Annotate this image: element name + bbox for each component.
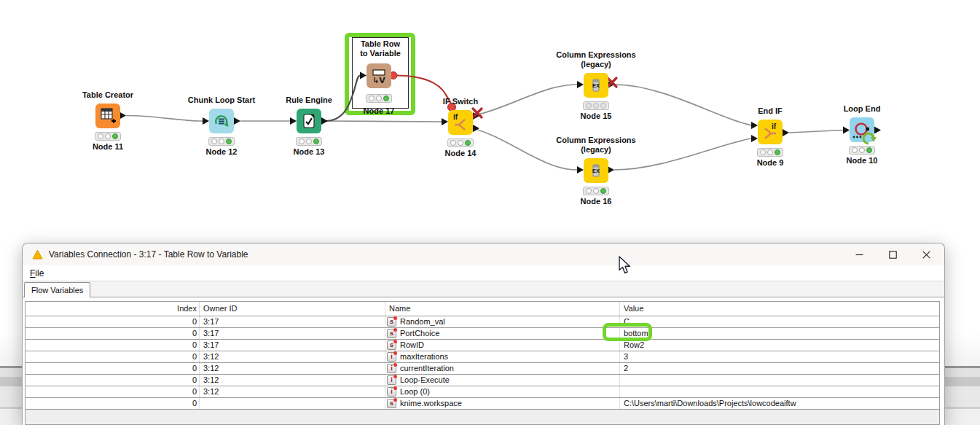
node-label: Node 13: [294, 147, 325, 156]
column-expressions-icon[interactable]: EX: [584, 158, 608, 183]
table-row[interactable]: 03:17sRowIDRow2: [26, 340, 939, 351]
node-title: Rule Engine: [286, 95, 332, 105]
string-variable-icon: s: [387, 399, 396, 408]
svg-text:if: if: [453, 113, 458, 121]
loop-end-icon[interactable]: [850, 117, 874, 142]
node-label: Node 10: [847, 156, 878, 165]
maximize-button[interactable]: [876, 243, 909, 265]
cell-name: iLoop-Execute: [385, 375, 620, 386]
cell-name: sRandom_val: [385, 316, 620, 327]
table-row[interactable]: 03:12iLoop (0): [26, 386, 939, 398]
close-button[interactable]: [909, 243, 943, 265]
if-switch-icon[interactable]: if: [448, 110, 473, 135]
cell-owner-id: [200, 398, 385, 409]
node-table-creator[interactable]: Table Creator Node 11: [95, 104, 120, 128]
flow-variable-rows: 03:17sRandom_valC03:17sPortChoicebottom0…: [26, 316, 939, 410]
traffic-light: [757, 148, 783, 157]
cell-value: Row2: [620, 340, 939, 351]
table-row[interactable]: 03:17sPortChoicebottom: [26, 328, 939, 340]
cell-index: 0: [26, 363, 200, 374]
table-row[interactable]: 0sknime.workspaceC:\Users\marti\Download…: [26, 398, 939, 410]
cell-index: 0: [26, 351, 200, 362]
variable-name: currentIteration: [400, 363, 454, 374]
cell-name: sknime.workspace: [385, 398, 620, 409]
table-row[interactable]: 03:12iLoop-Execute: [26, 375, 939, 386]
cell-index: 0: [26, 398, 200, 409]
tab-flow-variables[interactable]: Flow Variables: [24, 282, 90, 297]
flow-variables-dialog: Variables Connection - 3:17 - Table Row …: [22, 243, 945, 425]
traffic-light: [296, 137, 322, 146]
cell-name: imaxIterations: [385, 351, 620, 362]
column-header-value[interactable]: Value: [620, 302, 939, 316]
traffic-light: [366, 94, 392, 103]
cell-value: [620, 375, 939, 386]
chunk-loop-start-icon[interactable]: [209, 109, 234, 133]
svg-text:EX: EX: [592, 82, 600, 89]
node-column-expressions-top[interactable]: Column Expressions (legacy) EX Node 15: [584, 73, 608, 98]
node-end-if[interactable]: End IF if Node 9: [758, 120, 783, 144]
minimize-icon: [855, 251, 863, 259]
column-header-owner-id[interactable]: Owner ID: [200, 302, 385, 316]
cell-name: sRowID: [385, 340, 620, 351]
cell-name: icurrentIteration: [385, 363, 620, 374]
flow-variables-table: Index Owner ID Name Value 03:17sRandom_v…: [25, 301, 940, 425]
variable-name: Loop-Execute: [400, 375, 450, 386]
mouse-cursor: [619, 256, 635, 275]
value-highlight-annotation: [603, 323, 652, 341]
node-label: Node 16: [581, 197, 612, 206]
cell-index: 0: [26, 328, 200, 339]
node-label: Node 11: [93, 142, 123, 151]
table-row-to-variable-icon[interactable]: ↳V: [366, 63, 391, 88]
node-label: Node 15: [581, 112, 612, 120]
traffic-light: [583, 187, 609, 195]
svg-text:EX: EX: [592, 168, 600, 174]
cell-owner-id: 3:17: [200, 340, 385, 351]
integer-variable-icon: i: [387, 352, 396, 362]
node-column-expressions-bottom[interactable]: Column Expressions (legacy) EX Node 16: [584, 158, 608, 183]
end-if-icon[interactable]: if: [758, 120, 783, 144]
table-row[interactable]: 03:12icurrentIteration2: [26, 363, 939, 375]
variable-name: Random_val: [400, 316, 445, 327]
node-chunk-loop-start[interactable]: Chunk Loop Start Node 12: [209, 109, 234, 133]
table-row[interactable]: 03:17sRandom_valC: [26, 316, 939, 328]
svg-text:↳V: ↳V: [372, 76, 385, 85]
cell-value: [620, 386, 939, 397]
table-creator-icon[interactable]: [95, 104, 120, 128]
menu-bar: File: [23, 265, 944, 281]
table-row[interactable]: 03:12imaxIterations3: [26, 351, 939, 363]
node-title: IF Switch: [443, 97, 478, 106]
column-expressions-icon[interactable]: EX: [584, 73, 608, 98]
column-header-name[interactable]: Name: [385, 302, 620, 316]
rule-engine-icon[interactable]: [297, 109, 321, 133]
node-rule-engine[interactable]: Rule Engine Node 13: [297, 109, 321, 133]
minimize-button[interactable]: [842, 243, 876, 265]
cell-name: iLoop (0): [385, 386, 620, 397]
column-header-index[interactable]: Index: [26, 302, 200, 316]
cell-index: 0: [26, 316, 200, 327]
cell-owner-id: 3:17: [200, 316, 385, 327]
table-header: Index Owner ID Name Value: [26, 302, 939, 316]
cell-index: 0: [26, 375, 200, 386]
traffic-light: [849, 146, 875, 155]
node-label: Node 9: [757, 158, 784, 167]
connections-layer: [0, 0, 980, 241]
close-icon: [922, 251, 930, 259]
tab-bar: Flow Variables: [23, 281, 944, 297]
traffic-light: [583, 101, 609, 110]
node-table-row-to-variable[interactable]: ↳V Node 17: [366, 63, 391, 88]
integer-variable-icon: i: [387, 364, 396, 373]
knime-triangle-icon: [32, 249, 43, 260]
traffic-light: [447, 139, 474, 147]
svg-text:if: if: [772, 122, 777, 130]
node-label: Node 14: [445, 149, 477, 157]
variable-name: PortChoice: [400, 328, 439, 339]
node-title: End IF: [758, 106, 783, 116]
integer-variable-icon: i: [387, 387, 396, 397]
node-if-switch[interactable]: IF Switch if Node 14: [448, 110, 473, 135]
dialog-titlebar[interactable]: Variables Connection - 3:17 - Table Row …: [23, 243, 944, 265]
string-variable-icon: s: [387, 340, 396, 350]
node-title: Table Row to Variable: [353, 39, 407, 58]
cell-index: 0: [26, 340, 200, 351]
menu-file[interactable]: File: [23, 268, 51, 278]
node-loop-end[interactable]: Loop End Node 10: [850, 117, 874, 142]
